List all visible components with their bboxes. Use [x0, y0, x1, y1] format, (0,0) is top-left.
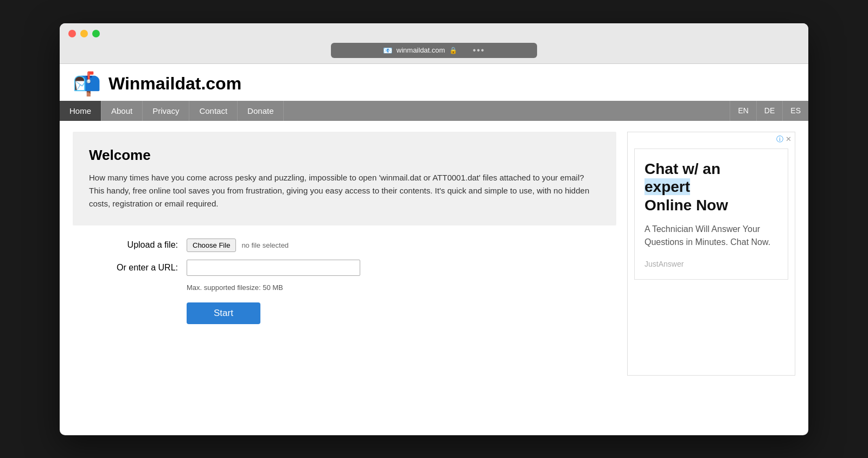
- site-title: Winmaildat.com: [108, 74, 241, 94]
- ad-headline-part1: Chat w/ an: [644, 160, 720, 177]
- nav-items: Home About Privacy Contact Donate: [60, 101, 730, 121]
- ad-headline-part3: Online Now: [644, 197, 728, 214]
- browser-content: 📬 Winmaildat.com Home About Privacy Cont…: [60, 64, 808, 386]
- ad-subtext: A Technician Will Answer Your Questions …: [644, 223, 778, 249]
- right-column: ⓘ ✕ Chat w/ an expert Online Now A Techn…: [627, 132, 795, 376]
- upload-form: Upload a file: Choose File no file selec…: [73, 238, 616, 324]
- ad-info-icon[interactable]: ⓘ: [776, 134, 783, 144]
- ad-headline: Chat w/ an expert Online Now: [644, 160, 778, 215]
- browser-chrome: 📧 winmaildat.com 🔒 •••: [60, 23, 808, 64]
- site-header: 📬 Winmaildat.com: [60, 64, 808, 95]
- ad-source: JustAnswer: [644, 260, 778, 268]
- nav-lang: EN DE ES: [730, 101, 808, 121]
- ad-header: ⓘ ✕: [628, 132, 795, 146]
- address-bar[interactable]: 📧 winmaildat.com 🔒 •••: [331, 43, 537, 58]
- start-btn-row: Start: [187, 302, 611, 324]
- minimize-button[interactable]: [80, 30, 88, 37]
- favicon-icon: 📧: [383, 46, 392, 55]
- ad-close-icon[interactable]: ✕: [786, 135, 792, 143]
- upload-label: Upload a file:: [78, 240, 187, 250]
- url-input[interactable]: [187, 260, 360, 276]
- lang-es-button[interactable]: ES: [782, 101, 808, 121]
- lang-en-button[interactable]: EN: [730, 101, 756, 121]
- ad-container: ⓘ ✕ Chat w/ an expert Online Now A Techn…: [627, 132, 795, 376]
- nav-item-home[interactable]: Home: [60, 101, 101, 121]
- file-size-note: Max. supported filesize: 50 MB: [187, 283, 611, 292]
- upload-row: Upload a file: Choose File no file selec…: [78, 238, 611, 252]
- url-text: winmaildat.com: [397, 46, 445, 54]
- site-logo-icon: 📬: [73, 73, 101, 95]
- close-button[interactable]: [68, 30, 76, 37]
- address-bar-row: 📧 winmaildat.com 🔒 •••: [68, 43, 800, 58]
- more-options-icon[interactable]: •••: [473, 46, 485, 55]
- nav-bar: Home About Privacy Contact Donate EN DE …: [60, 101, 808, 121]
- welcome-title: Welcome: [89, 147, 600, 164]
- browser-window: 📧 winmaildat.com 🔒 ••• 📬 Winmaildat.com …: [60, 23, 808, 435]
- file-input-area: Choose File no file selected: [187, 238, 289, 252]
- lang-de-button[interactable]: DE: [756, 101, 782, 121]
- main-content: Welcome How many times have you come acr…: [60, 121, 808, 386]
- choose-file-button[interactable]: Choose File: [187, 238, 236, 252]
- left-column: Welcome How many times have you come acr…: [73, 132, 616, 376]
- start-button[interactable]: Start: [187, 302, 260, 324]
- nav-item-about[interactable]: About: [101, 101, 143, 121]
- nav-item-contact[interactable]: Contact: [189, 101, 238, 121]
- lock-icon: 🔒: [449, 47, 457, 54]
- url-row: Or enter a URL:: [78, 260, 611, 276]
- no-file-text: no file selected: [241, 241, 289, 249]
- welcome-text: How many times have you come across pesk…: [89, 171, 600, 210]
- ad-content: Chat w/ an expert Online Now A Technicia…: [634, 149, 788, 280]
- ad-headline-highlight: expert: [644, 178, 690, 195]
- traffic-lights: [68, 30, 800, 37]
- maximize-button[interactable]: [92, 30, 100, 37]
- welcome-box: Welcome How many times have you come acr…: [73, 132, 616, 225]
- url-label: Or enter a URL:: [78, 263, 187, 273]
- nav-item-privacy[interactable]: Privacy: [143, 101, 189, 121]
- nav-item-donate[interactable]: Donate: [238, 101, 284, 121]
